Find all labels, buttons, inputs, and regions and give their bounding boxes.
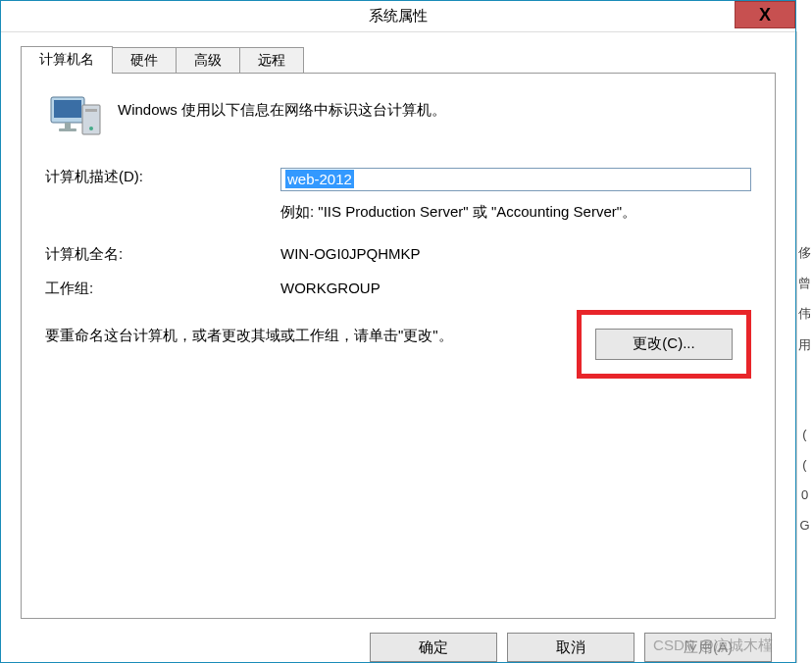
apply-button[interactable]: 应用(A) bbox=[644, 633, 772, 662]
svg-rect-3 bbox=[59, 128, 76, 131]
background-stripe: 侈曾伟用 ((0G bbox=[796, 31, 812, 663]
description-label: 计算机描述(D): bbox=[45, 168, 280, 186]
tab-advanced[interactable]: 高级 bbox=[176, 47, 240, 74]
ok-button[interactable]: 确定 bbox=[370, 633, 497, 662]
tab-remote[interactable]: 远程 bbox=[239, 47, 304, 74]
content-area: 计算机名 硬件 高级 远程 bbox=[1, 32, 795, 662]
svg-rect-2 bbox=[65, 123, 71, 128]
close-button[interactable]: X bbox=[735, 1, 795, 28]
title-bar: 系统属性 X bbox=[1, 1, 795, 32]
workgroup-label: 工作组: bbox=[45, 280, 280, 298]
tab-row: 计算机名 硬件 高级 远程 bbox=[21, 48, 776, 74]
description-value: web-2012 bbox=[285, 170, 354, 188]
tab-label: 计算机名 bbox=[39, 51, 94, 67]
intro-text: Windows 使用以下信息在网络中标识这台计算机。 bbox=[118, 101, 446, 120]
highlight-box: 更改(C)... bbox=[577, 310, 751, 379]
tab-computer-name[interactable]: 计算机名 bbox=[21, 46, 113, 74]
system-properties-window: 系统属性 X 计算机名 硬件 高级 远程 bbox=[0, 0, 796, 663]
cancel-button[interactable]: 取消 bbox=[507, 633, 634, 662]
intro-row: Windows 使用以下信息在网络中标识这台计算机。 bbox=[45, 93, 751, 140]
tab-panel: Windows 使用以下信息在网络中标识这台计算机。 计算机描述(D): web… bbox=[21, 73, 776, 619]
example-text: 例如: "IIS Production Server" 或 "Accountin… bbox=[280, 201, 751, 224]
close-icon: X bbox=[759, 5, 771, 26]
svg-rect-1 bbox=[54, 100, 81, 118]
tab-label: 远程 bbox=[258, 52, 285, 68]
description-input[interactable]: web-2012 bbox=[280, 168, 751, 191]
workgroup-value: WORKGROUP bbox=[280, 280, 751, 296]
svg-rect-5 bbox=[85, 109, 97, 112]
fullname-value: WIN-OGI0JPQHMKP bbox=[280, 245, 751, 262]
tab-hardware[interactable]: 硬件 bbox=[112, 47, 177, 74]
change-button[interactable]: 更改(C)... bbox=[595, 329, 733, 360]
field-workgroup: 工作组: WORKGROUP bbox=[45, 280, 751, 298]
computer-icon bbox=[45, 93, 104, 140]
window-title: 系统属性 bbox=[369, 7, 428, 26]
svg-point-6 bbox=[89, 127, 93, 130]
rename-section: 要重命名这台计算机，或者更改其域或工作组，请单击"更改"。 更改(C)... bbox=[45, 324, 751, 347]
field-description: 计算机描述(D): web-2012 bbox=[45, 168, 751, 191]
tab-label: 硬件 bbox=[130, 52, 158, 68]
fullname-label: 计算机全名: bbox=[45, 245, 280, 264]
tab-label: 高级 bbox=[194, 52, 222, 68]
footer-buttons: 确定 取消 应用(A) bbox=[21, 619, 776, 662]
rename-text: 要重命名这台计算机，或者更改其域或工作组，请单击"更改"。 bbox=[45, 324, 535, 347]
field-fullname: 计算机全名: WIN-OGI0JPQHMKP bbox=[45, 245, 751, 264]
